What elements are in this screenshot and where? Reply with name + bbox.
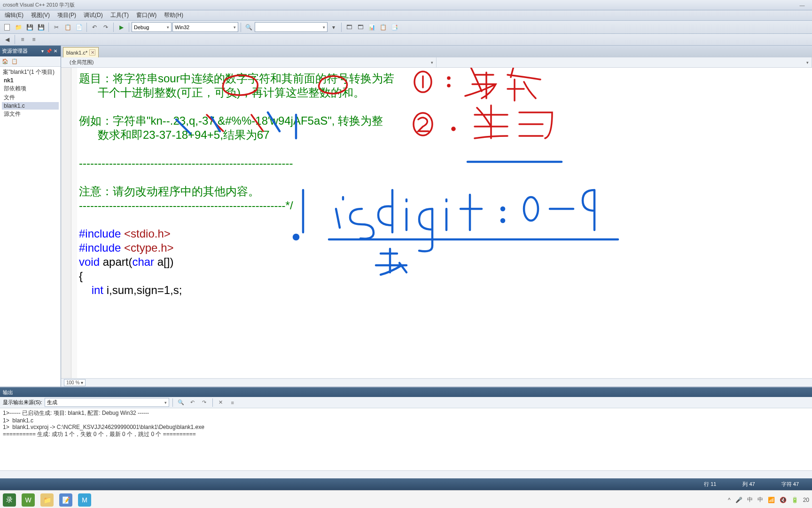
output-source-label: 显示输出来源(S): bbox=[3, 399, 42, 406]
status-bar: 行 11 列 47 字符 47 bbox=[0, 478, 812, 490]
tray-ime2[interactable]: 中 bbox=[757, 496, 763, 504]
status-col: 列 47 bbox=[729, 481, 768, 488]
zoom-bar: 100 % ▾ bbox=[61, 378, 812, 387]
secondary-toolbar: ◀ ≡ ≡ bbox=[0, 34, 812, 46]
tab-blank1[interactable]: blank1.c* ✕ bbox=[63, 47, 99, 57]
member-dropdown[interactable]: ▾ bbox=[437, 57, 812, 67]
output-next-button[interactable]: ↷ bbox=[200, 398, 209, 407]
scope-dropdown[interactable]: (全局范围)▾ bbox=[61, 57, 437, 67]
tray-ime1[interactable]: 中 bbox=[747, 496, 753, 504]
status-char: 字符 47 bbox=[768, 481, 812, 488]
tree-resource-files[interactable]: 源文件 bbox=[2, 110, 59, 119]
panel-pin-icon[interactable]: 📌 bbox=[46, 48, 52, 54]
find-in-files-button[interactable]: 🔍 bbox=[243, 22, 254, 32]
tree-source-file[interactable]: blank1.c bbox=[2, 102, 59, 110]
tree-solution[interactable]: 案"blank1"(1 个项目) bbox=[2, 68, 59, 77]
tree-ext-deps[interactable]: 部依赖项 bbox=[2, 84, 59, 93]
ext2-button[interactable]: 🗔 bbox=[355, 22, 366, 32]
code-text: 题目：将字符串sour中连续的数字字符和其前面的符号转换为若 干个十进制整数(可… bbox=[79, 71, 803, 297]
find-combo[interactable]: ▾ bbox=[255, 22, 328, 32]
tab-close-icon[interactable]: ✕ bbox=[89, 49, 95, 56]
cut-button[interactable]: ✂ bbox=[51, 22, 62, 32]
back-button[interactable]: ◀ bbox=[2, 34, 12, 45]
solution-explorer: 资源管理器 ▾ 📌 ✕ 🏠 📋 案"blank1"(1 个项目) nk1 部依赖… bbox=[0, 46, 61, 387]
tray-time[interactable]: 20 bbox=[803, 497, 809, 503]
taskbar-app-4[interactable]: 📝 bbox=[59, 493, 72, 507]
new-button[interactable] bbox=[2, 22, 12, 32]
taskbar-app-3[interactable]: 📁 bbox=[40, 493, 54, 507]
uncomment-button[interactable]: ≡ bbox=[29, 34, 39, 45]
output-text[interactable]: 1>------ 已启动生成: 项目: blank1, 配置: Debug Wi… bbox=[0, 408, 812, 470]
tray-mic-icon[interactable]: 🎤 bbox=[735, 497, 742, 503]
tray-wifi-icon[interactable]: 📶 bbox=[768, 497, 775, 503]
redo-button[interactable]: ↷ bbox=[101, 22, 111, 32]
find-button[interactable]: ▾ bbox=[328, 22, 339, 32]
output-find-button[interactable]: 🔍 bbox=[176, 398, 186, 407]
editor-gutter bbox=[61, 68, 71, 378]
ext5-button[interactable]: 📑 bbox=[389, 22, 399, 32]
output-panel: 输出 显示输出来源(S): 生成▾ 🔍 ↶ ↷ ✕ ≡ 1>------ 已启动… bbox=[0, 387, 812, 478]
solution-explorer-title: 资源管理器 ▾ 📌 ✕ bbox=[0, 46, 61, 56]
paste-button[interactable]: 📄 bbox=[74, 22, 84, 32]
tab-strip: blank1.c* ✕ bbox=[61, 46, 812, 57]
tray-volume-icon[interactable]: 🔇 bbox=[780, 497, 787, 503]
output-scrollbar[interactable] bbox=[0, 470, 812, 478]
copy-button[interactable]: 📋 bbox=[62, 22, 73, 32]
tree-project[interactable]: nk1 bbox=[2, 77, 59, 84]
config-dropdown[interactable]: Debug▾ bbox=[132, 22, 172, 32]
tab-label: blank1.c* bbox=[66, 50, 87, 56]
open-button[interactable]: 📁 bbox=[13, 22, 23, 32]
menu-tools[interactable]: 工具(T) bbox=[107, 11, 133, 19]
save-all-button[interactable]: 💾 bbox=[36, 22, 46, 32]
panel-close-icon[interactable]: ✕ bbox=[52, 48, 59, 54]
code-editor[interactable]: 题目：将字符串sour中连续的数字字符和其前面的符号转换为若 干个十进制整数(可… bbox=[61, 68, 812, 378]
save-button[interactable]: 💾 bbox=[24, 22, 35, 32]
tray-up-icon[interactable]: ^ bbox=[728, 497, 731, 503]
output-source-dropdown[interactable]: 生成▾ bbox=[45, 398, 169, 407]
output-clear-button[interactable]: ✕ bbox=[216, 398, 226, 407]
tree-headers[interactable]: 文件 bbox=[2, 93, 59, 102]
menu-bar: 编辑(E) 视图(V) 项目(P) 调试(D) 工具(T) 窗口(W) 帮助(H… bbox=[0, 10, 812, 21]
solution-explorer-toolbar: 🏠 📋 bbox=[0, 56, 61, 67]
output-prev-button[interactable]: ↶ bbox=[188, 398, 197, 407]
panel-dropdown-icon[interactable]: ▾ bbox=[39, 48, 46, 54]
outline-bar bbox=[71, 68, 77, 378]
menu-help[interactable]: 帮助(H) bbox=[160, 11, 187, 19]
output-toolbar: 显示输出来源(S): 生成▾ 🔍 ↶ ↷ ✕ ≡ bbox=[0, 397, 812, 408]
window-title: crosoft Visual C++ 2010 学习版 bbox=[3, 1, 75, 8]
taskbar-app-1[interactable]: 录 bbox=[3, 493, 16, 507]
platform-dropdown[interactable]: Win32▾ bbox=[172, 22, 238, 32]
scope-bar: (全局范围)▾ ▾ bbox=[61, 57, 812, 68]
taskbar: 录 W 📁 📝 M ^ 🎤 中 中 📶 🔇 🔋 20 bbox=[0, 490, 812, 508]
status-line: 行 11 bbox=[691, 481, 729, 488]
output-title: 输出 bbox=[0, 388, 812, 397]
main-area: 资源管理器 ▾ 📌 ✕ 🏠 📋 案"blank1"(1 个项目) nk1 部依赖… bbox=[0, 46, 812, 387]
menu-edit[interactable]: 编辑(E) bbox=[1, 11, 27, 19]
menu-view[interactable]: 视图(V) bbox=[27, 11, 54, 19]
main-toolbar: 📁 💾 💾 ✂ 📋 📄 ↶ ↷ ▶ Debug▾ Win32▾ 🔍 ▾ ▾ 🗔 … bbox=[0, 21, 812, 34]
minimize-button[interactable]: — bbox=[795, 1, 809, 9]
properties-icon[interactable]: 📋 bbox=[11, 58, 18, 64]
start-button[interactable]: ▶ bbox=[116, 22, 126, 32]
tray-battery-icon[interactable]: 🔋 bbox=[791, 497, 798, 503]
comment-button[interactable]: ≡ bbox=[17, 34, 28, 45]
editor-area: blank1.c* ✕ (全局范围)▾ ▾ 题目：将字符串sour中连续的数字字… bbox=[61, 46, 812, 387]
output-wrap-button[interactable]: ≡ bbox=[228, 398, 237, 407]
taskbar-app-5[interactable]: M bbox=[78, 493, 91, 507]
home-icon[interactable]: 🏠 bbox=[2, 58, 8, 64]
ext3-button[interactable]: 📊 bbox=[367, 22, 377, 32]
undo-button[interactable]: ↶ bbox=[89, 22, 100, 32]
title-bar: crosoft Visual C++ 2010 学习版 — bbox=[0, 0, 812, 10]
menu-project[interactable]: 项目(P) bbox=[54, 11, 80, 19]
zoom-dropdown[interactable]: 100 % ▾ bbox=[64, 379, 86, 386]
menu-debug[interactable]: 调试(D) bbox=[80, 11, 107, 19]
taskbar-app-2[interactable]: W bbox=[22, 493, 35, 507]
system-tray: ^ 🎤 中 中 📶 🔇 🔋 20 bbox=[728, 496, 809, 504]
solution-tree[interactable]: 案"blank1"(1 个项目) nk1 部依赖项 文件 blank1.c 源文… bbox=[0, 67, 61, 119]
ext1-button[interactable]: 🗔 bbox=[344, 22, 354, 32]
ext4-button[interactable]: 📋 bbox=[378, 22, 388, 32]
menu-window[interactable]: 窗口(W) bbox=[133, 11, 160, 19]
